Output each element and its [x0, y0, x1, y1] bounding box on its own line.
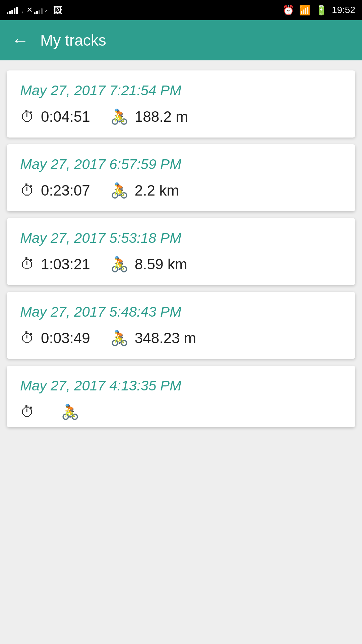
distance-group-4: 🚴 348.23 m [110, 329, 196, 347]
track-stats-2: ⏱ 0:23:07 🚴 2.2 km [20, 182, 342, 199]
track-card-3[interactable]: May 27, 2017 5:53:18 PM ⏱ 1:03:21 🚴 8.59… [7, 218, 355, 285]
tracks-list: May 27, 2017 7:21:54 PM ⏱ 0:04:51 🚴 188.… [0, 60, 362, 437]
app-bar: ← My tracks [0, 20, 362, 60]
duration-group-2: ⏱ 0:23:07 [20, 182, 90, 199]
duration-value-1: 0:04:51 [41, 108, 90, 125]
track-date-4: May 27, 2017 5:48:43 PM [20, 304, 342, 320]
distance-group-3: 🚴 8.59 km [110, 256, 187, 273]
track-date-5: May 27, 2017 4:13:35 PM [20, 378, 342, 394]
track-date-2: May 27, 2017 6:57:59 PM [20, 156, 342, 172]
track-date-3: May 27, 2017 5:53:18 PM [20, 230, 342, 246]
distance-group-5: 🚴 [61, 403, 85, 421]
track-card-5[interactable]: May 27, 2017 4:13:35 PM ⏱ 🚴 [7, 366, 355, 427]
media-icon: 🖼 [53, 5, 62, 16]
status-bar: , ✕ ₂ 🖼 ⏰ 📶 🔋 19:52 [0, 0, 362, 20]
cycling-icon-1: 🚴 [110, 108, 129, 125]
stopwatch-icon-3: ⏱ [20, 256, 35, 273]
distance-value-4: 348.23 m [135, 330, 196, 346]
distance-value-1: 188.2 m [135, 108, 188, 125]
distance-group-1: 🚴 188.2 m [110, 108, 188, 125]
signal-strength-2: ✕ ₂ [26, 6, 47, 14]
distance-value-2: 2.2 km [135, 182, 179, 199]
duration-value-3: 1:03:21 [41, 256, 90, 273]
track-stats-5: ⏱ 🚴 [20, 403, 342, 421]
signal-separator: , [21, 6, 23, 14]
alarm-icon: ⏰ [283, 5, 294, 16]
cycling-icon-2: 🚴 [110, 182, 129, 199]
distance-value-3: 8.59 km [135, 256, 187, 273]
status-time: 19:52 [332, 5, 355, 15]
duration-group-1: ⏱ 0:04:51 [20, 108, 90, 125]
track-card-4[interactable]: May 27, 2017 5:48:43 PM ⏱ 0:03:49 🚴 348.… [7, 292, 355, 359]
duration-value-4: 0:03:49 [41, 330, 90, 346]
stopwatch-icon-2: ⏱ [20, 182, 35, 199]
stopwatch-icon-1: ⏱ [20, 108, 35, 125]
stopwatch-icon-4: ⏱ [20, 330, 35, 346]
wifi-icon: 📶 [299, 5, 311, 16]
track-stats-1: ⏱ 0:04:51 🚴 188.2 m [20, 108, 342, 125]
cycling-icon-4: 🚴 [110, 329, 129, 347]
stopwatch-icon-5: ⏱ [20, 404, 35, 420]
duration-value-2: 0:23:07 [41, 182, 90, 199]
duration-group-4: ⏱ 0:03:49 [20, 330, 90, 346]
cycling-icon-5: 🚴 [61, 403, 79, 421]
track-card-2[interactable]: May 27, 2017 6:57:59 PM ⏱ 0:23:07 🚴 2.2 … [7, 144, 355, 211]
status-bar-right: ⏰ 📶 🔋 19:52 [283, 5, 355, 16]
distance-group-2: 🚴 2.2 km [110, 182, 179, 199]
duration-group-5: ⏱ [20, 404, 41, 420]
page-title: My tracks [40, 31, 106, 49]
signal-strength-1 [7, 6, 18, 14]
battery-icon: 🔋 [315, 5, 327, 16]
cycling-icon-3: 🚴 [110, 256, 129, 273]
back-button[interactable]: ← [10, 30, 30, 50]
track-date-1: May 27, 2017 7:21:54 PM [20, 83, 342, 99]
track-stats-4: ⏱ 0:03:49 🚴 348.23 m [20, 329, 342, 347]
track-stats-3: ⏱ 1:03:21 🚴 8.59 km [20, 256, 342, 273]
duration-group-3: ⏱ 1:03:21 [20, 256, 90, 273]
status-bar-left: , ✕ ₂ 🖼 [7, 5, 62, 16]
track-card-1[interactable]: May 27, 2017 7:21:54 PM ⏱ 0:04:51 🚴 188.… [7, 70, 355, 138]
